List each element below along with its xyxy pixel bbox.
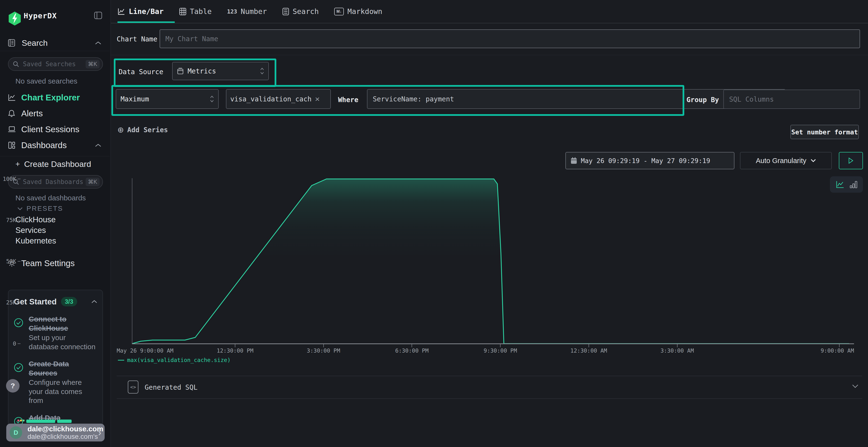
chevron-down-icon — [811, 159, 816, 162]
main-content: Line/Bar Table 123 Number — [111, 0, 868, 447]
preset-services[interactable]: Services — [16, 226, 46, 235]
x-axis-line — [132, 343, 854, 344]
legend-swatch — [118, 360, 124, 360]
generated-sql-toggle[interactable]: <> Generated SQL — [117, 376, 862, 399]
laptop-icon — [8, 126, 16, 133]
team-settings-label: Team Settings — [21, 259, 75, 268]
y-tick-label: 100K — [3, 176, 21, 182]
group-by-label: Group By — [686, 96, 719, 104]
create-dashboard-button[interactable]: + Create Dashboard — [0, 157, 111, 171]
help-button[interactable]: ? — [6, 379, 20, 392]
sidebar-item-dashboards[interactable]: Dashboards — [0, 138, 111, 153]
sidebar-item-client-sessions[interactable]: Client Sessions — [0, 122, 111, 137]
shortcut-badge: ⌘K — [86, 178, 100, 186]
y-tick-label: 50K — [6, 258, 21, 265]
divider — [0, 51, 110, 51]
group-by-input[interactable] — [723, 90, 860, 109]
chevron-right-icon: › — [98, 427, 101, 438]
presets-label: PRESETS — [27, 205, 63, 212]
sidebar: HyperDX Search — [0, 0, 111, 447]
metric-field-tag[interactable]: visa_validation_cach × — [226, 89, 331, 109]
layout-icon — [8, 141, 15, 149]
add-series-button[interactable]: ⊕ Add Series — [117, 125, 168, 134]
saved-searches-search[interactable]: ⌘K — [8, 57, 103, 71]
tab-table[interactable]: Table — [179, 0, 212, 23]
hyperdx-logo-icon — [8, 11, 22, 26]
get-started-item-desc: Set up your database connection — [29, 333, 97, 351]
divider — [111, 55, 868, 55]
x-tick-label: 9:00:00 AM — [821, 347, 854, 354]
aggregation-select[interactable]: Maximum — [116, 89, 219, 109]
user-menu[interactable]: D dale@clickhouse.com dale@clickhouse.co… — [6, 424, 105, 442]
get-started-progress-badge: 3/3 — [61, 297, 77, 306]
user-team: dale@clickhouse.com's — [28, 433, 97, 440]
timeseries-chart[interactable] — [132, 178, 854, 344]
presets-toggle[interactable]: PRESETS — [18, 205, 63, 212]
logo-row: HyperDX — [0, 0, 111, 31]
active-tab-underline — [117, 22, 175, 23]
set-number-format-button[interactable]: Set number format — [790, 125, 859, 139]
tab-number[interactable]: 123 Number — [227, 0, 267, 23]
document-list-icon — [282, 8, 289, 15]
where-filter: SQL | Lucene — [367, 89, 785, 109]
get-started-item-title: Create Data Sources — [29, 359, 97, 377]
legend-series-name: max(visa_validation_cache.size) — [127, 357, 230, 363]
preset-kubernetes[interactable]: Kubernetes — [16, 236, 56, 245]
chevron-up-icon[interactable] — [91, 300, 97, 303]
x-tick-label: 3:30:00 PM — [307, 347, 340, 354]
chevron-up-icon[interactable] — [95, 41, 101, 44]
data-source-label: Data Source — [119, 68, 163, 76]
search-icon — [13, 61, 19, 67]
chart-name-input[interactable] — [160, 29, 860, 48]
close-icon[interactable]: × — [315, 95, 320, 103]
run-query-button[interactable] — [839, 152, 863, 169]
chart-line-icon — [8, 94, 16, 101]
tab-search[interactable]: Search — [282, 0, 319, 23]
chevron-up-icon[interactable] — [95, 143, 101, 147]
saved-dashboards-input[interactable] — [23, 178, 86, 186]
preset-clickhouse[interactable]: ClickHouse — [16, 215, 56, 224]
create-dashboard-label: Create Dashboard — [24, 160, 91, 169]
series-area — [132, 179, 849, 344]
sidebar-item-label: Dashboards — [21, 140, 67, 150]
tab-line-bar[interactable]: Line/Bar — [117, 0, 164, 23]
search-section-header[interactable]: Search — [0, 36, 111, 50]
date-range-value: May 26 09:29:19 - May 27 09:29:19 — [581, 157, 710, 165]
chart-type-tabbar: Line/Bar Table 123 Number — [111, 0, 868, 23]
aggregation-value: Maximum — [121, 95, 149, 103]
y-tick-label: 75K — [6, 217, 21, 223]
x-tick-mark — [411, 344, 412, 347]
no-saved-searches-note: No saved searches — [16, 77, 78, 85]
chart-name-label: Chart Name — [117, 35, 157, 43]
saved-dashboards-search[interactable]: ⌘K — [8, 175, 103, 188]
tab-markdown[interactable]: M↓ Markdown — [334, 0, 382, 23]
saved-searches-input[interactable] — [23, 60, 86, 68]
journal-icon — [8, 39, 15, 47]
data-source-select[interactable]: Metrics — [172, 62, 269, 80]
play-icon — [848, 158, 854, 164]
get-started-item-desc: Configure where your data comes from — [29, 378, 97, 405]
x-tick-label: 3:30:00 AM — [660, 347, 694, 354]
collapse-sidebar-icon[interactable] — [94, 11, 102, 19]
x-tick-mark — [323, 344, 324, 347]
x-tick-mark — [500, 344, 500, 347]
select-chevrons-icon — [260, 67, 264, 75]
get-started-item[interactable]: Create Data Sources Configure where your… — [14, 359, 97, 405]
granularity-select[interactable]: Auto Granularity — [740, 152, 832, 169]
search-section-label: Search — [22, 38, 48, 48]
generated-sql-label: Generated SQL — [145, 383, 197, 391]
date-range-picker[interactable]: May 26 09:29:19 - May 27 09:29:19 — [565, 152, 735, 169]
chart-legend[interactable]: max(visa_validation_cache.size) — [118, 357, 230, 363]
add-series-label: Add Series — [127, 126, 168, 134]
select-chevrons-icon — [210, 95, 214, 103]
tab-label: Number — [241, 7, 267, 16]
shortcut-badge: ⌘K — [86, 60, 100, 68]
sidebar-item-alerts[interactable]: Alerts — [0, 106, 111, 121]
x-tick-mark — [589, 344, 589, 347]
x-tick-label: 12:30:00 AM — [570, 347, 607, 354]
y-tick-label: 0 — [13, 341, 21, 347]
get-started-item-title: Connect to ClickHouse — [29, 314, 97, 333]
where-input[interactable] — [372, 95, 736, 103]
sidebar-item-chart-explorer[interactable]: Chart Explorer — [0, 90, 111, 105]
get-started-item[interactable]: Connect to ClickHouse Set up your databa… — [14, 314, 97, 351]
